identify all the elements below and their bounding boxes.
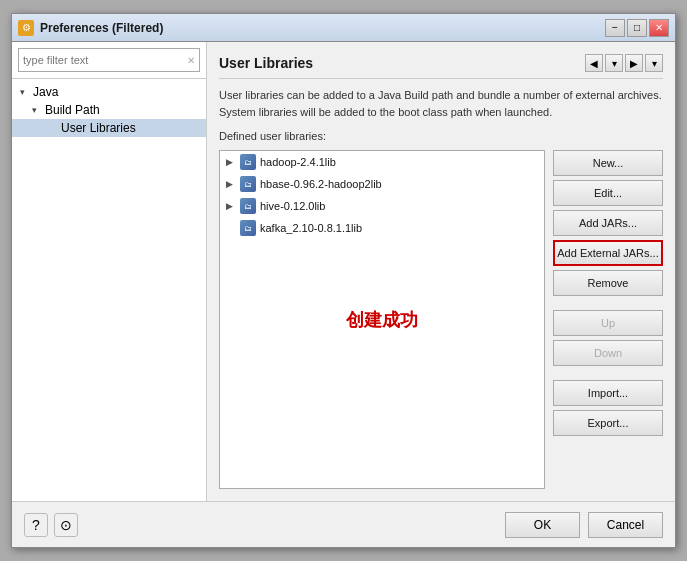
filter-input-wrapper[interactable]: ✕ xyxy=(18,48,200,72)
lib-name: hadoop-2.4.1lib xyxy=(260,156,336,168)
ok-button[interactable]: OK xyxy=(505,512,580,538)
lib-item-hbase[interactable]: ▶ 🗂 hbase-0.96.2-hadoop2lib xyxy=(220,173,544,195)
window-icon: ⚙ xyxy=(18,20,34,36)
right-panel-title: User Libraries xyxy=(219,55,313,71)
arrow-icon: ▾ xyxy=(20,87,30,97)
tree-item-user-libraries[interactable]: User Libraries xyxy=(12,119,206,137)
settings-icon: ⊙ xyxy=(60,517,72,533)
preferences-window: ⚙ Preferences (Filtered) − □ ✕ ✕ ▾ Java xyxy=(11,13,676,548)
expand-arrow-icon xyxy=(226,223,236,233)
lib-item-hadoop[interactable]: ▶ 🗂 hadoop-2.4.1lib xyxy=(220,151,544,173)
title-bar: ⚙ Preferences (Filtered) − □ ✕ xyxy=(12,14,675,42)
library-icon: 🗂 xyxy=(240,176,256,192)
expand-arrow-icon: ▶ xyxy=(226,157,236,167)
back-button[interactable]: ◀ xyxy=(585,54,603,72)
help-button[interactable]: ? xyxy=(24,513,48,537)
right-panel: User Libraries ◀ ▾ ▶ ▾ User libraries ca… xyxy=(207,42,675,501)
right-header: User Libraries ◀ ▾ ▶ ▾ xyxy=(219,54,663,79)
content-area: ✕ ▾ Java ▾ Build Path User Libraries xyxy=(12,42,675,501)
filter-input[interactable] xyxy=(23,54,187,66)
up-button[interactable]: Up xyxy=(553,310,663,336)
nav-arrows: ◀ ▾ ▶ ▾ xyxy=(585,54,663,72)
maximize-button[interactable]: □ xyxy=(627,19,647,37)
expand-arrow-icon: ▶ xyxy=(226,201,236,211)
edit-button[interactable]: Edit... xyxy=(553,180,663,206)
down-button[interactable]: Down xyxy=(553,340,663,366)
description-text: User libraries can be added to a Java Bu… xyxy=(219,87,663,120)
filter-box: ✕ xyxy=(12,42,206,79)
lib-item-kafka[interactable]: 🗂 kafka_2.10-0.8.1.1lib xyxy=(220,217,544,239)
left-panel: ✕ ▾ Java ▾ Build Path User Libraries xyxy=(12,42,207,501)
arrow-icon: ▾ xyxy=(32,105,42,115)
forward-button[interactable]: ▶ xyxy=(625,54,643,72)
lib-item-hive[interactable]: ▶ 🗂 hive-0.12.0lib xyxy=(220,195,544,217)
right-buttons: New... Edit... Add JARs... Add External … xyxy=(553,150,663,489)
creation-success-text: 创建成功 xyxy=(346,308,418,332)
lib-name: hbase-0.96.2-hadoop2lib xyxy=(260,178,382,190)
remove-button[interactable]: Remove xyxy=(553,270,663,296)
arrow-icon xyxy=(48,123,58,133)
tree-item-java[interactable]: ▾ Java xyxy=(12,83,206,101)
help-icon: ? xyxy=(32,517,40,533)
library-icon: 🗂 xyxy=(240,220,256,236)
add-jars-button[interactable]: Add JARs... xyxy=(553,210,663,236)
libraries-section: ▶ 🗂 hadoop-2.4.1lib ▶ 🗂 hbase-0.96.2-had… xyxy=(219,150,663,489)
tree-item-label: Build Path xyxy=(45,103,100,117)
bottom-right: OK Cancel xyxy=(505,512,663,538)
import-button[interactable]: Import... xyxy=(553,380,663,406)
library-icon: 🗂 xyxy=(240,198,256,214)
export-button[interactable]: Export... xyxy=(553,410,663,436)
tree-area: ▾ Java ▾ Build Path User Libraries xyxy=(12,79,206,501)
back-dropdown-button[interactable]: ▾ xyxy=(605,54,623,72)
bottom-bar: ? ⊙ OK Cancel xyxy=(12,501,675,547)
cancel-button[interactable]: Cancel xyxy=(588,512,663,538)
tree-item-label: User Libraries xyxy=(61,121,136,135)
settings-button[interactable]: ⊙ xyxy=(54,513,78,537)
lib-name: hive-0.12.0lib xyxy=(260,200,325,212)
filter-clear-icon[interactable]: ✕ xyxy=(187,55,195,66)
forward-dropdown-button[interactable]: ▾ xyxy=(645,54,663,72)
title-bar-buttons: − □ ✕ xyxy=(605,19,669,37)
close-button[interactable]: ✕ xyxy=(649,19,669,37)
minimize-button[interactable]: − xyxy=(605,19,625,37)
library-icon: 🗂 xyxy=(240,154,256,170)
window-title: Preferences (Filtered) xyxy=(40,21,605,35)
bottom-left: ? ⊙ xyxy=(24,513,78,537)
tree-item-build-path[interactable]: ▾ Build Path xyxy=(12,101,206,119)
libraries-list: ▶ 🗂 hadoop-2.4.1lib ▶ 🗂 hbase-0.96.2-had… xyxy=(219,150,545,489)
lib-name: kafka_2.10-0.8.1.1lib xyxy=(260,222,362,234)
add-external-jars-button[interactable]: Add External JARs... xyxy=(553,240,663,266)
defined-label: Defined user libraries: xyxy=(219,130,663,142)
new-button[interactable]: New... xyxy=(553,150,663,176)
expand-arrow-icon: ▶ xyxy=(226,179,236,189)
tree-item-label: Java xyxy=(33,85,58,99)
